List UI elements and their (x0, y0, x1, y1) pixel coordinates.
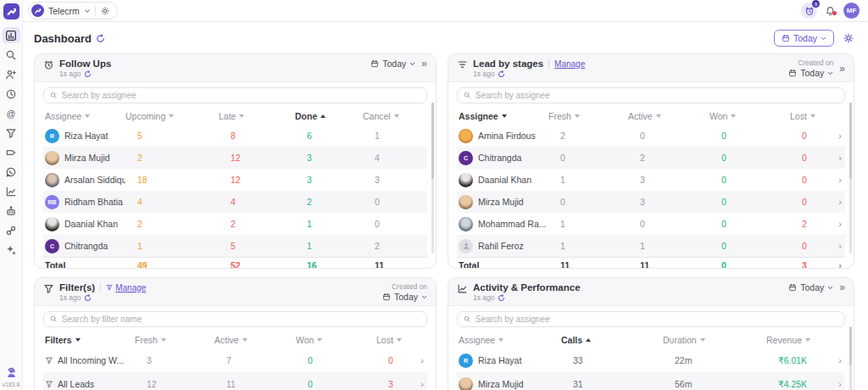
table-row[interactable]: Mirza Mujid 31 56m ₹4.25K › (457, 372, 845, 390)
panel-title: Filter(s) (59, 282, 95, 292)
manage-link[interactable]: Manage (554, 59, 585, 69)
integrations-link-icon[interactable] (3, 222, 20, 238)
row-chevron-icon[interactable]: › (830, 241, 843, 251)
table-row[interactable]: CChitrangda 1 5 1 2 (43, 235, 427, 257)
chevron-down-icon (409, 61, 415, 67)
ai-sparkles-icon[interactable] (3, 242, 20, 258)
col-active[interactable]: Active (628, 111, 709, 121)
row-chevron-icon[interactable]: › (830, 197, 843, 207)
search-icon (50, 92, 58, 99)
table-row[interactable]: Daanial Khan 1 3 0 0 › (457, 169, 845, 191)
table-row[interactable]: Arsalan Siddiqui 18 12 3 3 (43, 169, 427, 191)
search-box (457, 87, 845, 103)
total-row: Total 49 52 16 11 (43, 257, 427, 269)
row-chevron-icon[interactable]: › (412, 379, 426, 389)
table-row[interactable]: Rahil Feroz 1 1 0 0 › (457, 235, 845, 257)
row-chevron-icon[interactable]: › (830, 260, 843, 270)
search-input[interactable] (476, 315, 838, 324)
panel-date-filter[interactable]: Today (382, 292, 427, 302)
scrollbar[interactable] (431, 103, 434, 254)
row-chevron-icon[interactable]: › (830, 175, 843, 185)
search-input[interactable] (62, 315, 420, 324)
telecrm-logo[interactable] (3, 3, 19, 20)
dashboard-settings-icon[interactable] (843, 32, 854, 44)
refresh-icon[interactable] (84, 294, 92, 302)
col-upcoming[interactable]: Upcoming (125, 111, 219, 121)
col-filters[interactable]: Filters (45, 335, 135, 345)
table-row[interactable]: CChitrangda 0 2 0 0 › (457, 147, 845, 169)
table-row[interactable]: Daanial Khan 2 2 1 0 (43, 213, 427, 235)
col-fresh[interactable]: Fresh (135, 335, 214, 345)
col-lost[interactable]: Lost (790, 111, 830, 121)
col-won[interactable]: Won (709, 111, 790, 121)
col-duration[interactable]: Duration (663, 335, 766, 345)
search-input[interactable] (62, 91, 420, 100)
table-row[interactable]: RRiza Hayat 33 22m ₹6.01K › (457, 348, 845, 372)
col-assignee[interactable]: Assignee (45, 111, 125, 121)
topbar: Telecrm 9 MF (23, 0, 868, 22)
refresh-icon[interactable] (498, 70, 505, 78)
refresh-icon[interactable] (96, 34, 105, 43)
dashboard-icon[interactable] (3, 27, 20, 43)
scrollbar[interactable] (849, 326, 852, 390)
tag-icon[interactable] (3, 144, 20, 160)
row-chevron-icon[interactable]: › (830, 131, 843, 141)
global-date-filter[interactable]: Today (774, 30, 834, 47)
row-chevron-icon[interactable]: › (830, 355, 843, 365)
chevron-down-icon (821, 36, 826, 42)
col-cancel[interactable]: Cancel (363, 111, 426, 121)
table-row[interactable]: Mohammad Ra... 1 0 0 2 › (457, 213, 845, 235)
refresh-icon[interactable] (498, 294, 505, 302)
support-agent-icon[interactable] (3, 365, 20, 381)
analytics-icon[interactable] (3, 183, 20, 199)
lead-by-stages-panel: Lead by stages Manage 1s ago Created on (448, 53, 854, 269)
table-row[interactable]: RRiza Hayat 5 8 6 1 (43, 125, 427, 147)
col-assignee[interactable]: Assignee (459, 335, 561, 345)
activity-performance-panel: Activity & Performance 1s ago Today » (448, 277, 854, 390)
follow-ups-table: Assignee Upcoming Late Done Cancel RRiza… (43, 108, 427, 269)
col-revenue[interactable]: Revenue (766, 335, 830, 345)
scrollbar[interactable] (849, 103, 852, 254)
row-chevron-icon[interactable]: › (830, 153, 843, 163)
filter-icon[interactable] (3, 125, 20, 141)
row-chevron-icon[interactable]: › (830, 379, 843, 389)
col-active[interactable]: Active (214, 335, 296, 345)
notifications-button[interactable] (825, 5, 836, 16)
col-late[interactable]: Late (219, 111, 295, 121)
avatar: RB (45, 195, 59, 209)
table-row[interactable]: All Leads 12 11 0 3 › (43, 372, 427, 390)
row-chevron-icon[interactable]: › (412, 355, 426, 365)
row-chevron-icon[interactable]: › (830, 219, 843, 229)
history-clock-icon[interactable] (3, 86, 20, 102)
table-row[interactable]: Amina Firdous 2 0 0 0 › (457, 125, 845, 147)
expand-panel-icon[interactable]: » (839, 282, 845, 292)
panel-date-filter[interactable]: Today (370, 58, 415, 69)
col-done[interactable]: Done (295, 111, 363, 121)
bot-icon[interactable] (3, 203, 20, 219)
col-fresh[interactable]: Fresh (548, 111, 628, 121)
panel-date-filter[interactable]: Today (788, 68, 833, 78)
user-avatar[interactable]: MF (843, 3, 860, 19)
search-input[interactable] (476, 91, 838, 100)
expand-panel-icon[interactable]: » (839, 64, 845, 74)
col-won[interactable]: Won (296, 335, 376, 345)
col-assignee[interactable]: Assignee (459, 111, 548, 121)
table-row[interactable]: Mirza Mujid 2 12 3 4 (43, 147, 427, 169)
reminders-button[interactable]: 9 (801, 3, 817, 19)
col-calls[interactable]: Calls (561, 335, 663, 345)
mentions-icon[interactable]: @ (3, 105, 20, 121)
search-icon (50, 315, 58, 323)
expand-panel-icon[interactable]: » (421, 58, 427, 69)
col-lost[interactable]: Lost (376, 335, 412, 345)
add-contact-icon[interactable] (3, 66, 20, 82)
refresh-icon[interactable] (84, 70, 92, 78)
table-row[interactable]: Mirza Mujid 0 3 0 0 › (457, 191, 845, 213)
manage-link[interactable]: Manage (106, 283, 146, 292)
search-icon[interactable] (3, 47, 20, 63)
workspace-settings-icon[interactable] (100, 6, 110, 16)
table-row[interactable]: All Incoming W... 3 7 0 0 › (43, 348, 427, 372)
panel-date-filter[interactable]: Today (788, 282, 833, 292)
workspace-switcher[interactable]: Telecrm (28, 2, 118, 20)
table-row[interactable]: RBRidham Bhatia 4 4 2 0 (43, 191, 427, 213)
whatsapp-icon[interactable] (3, 164, 20, 180)
